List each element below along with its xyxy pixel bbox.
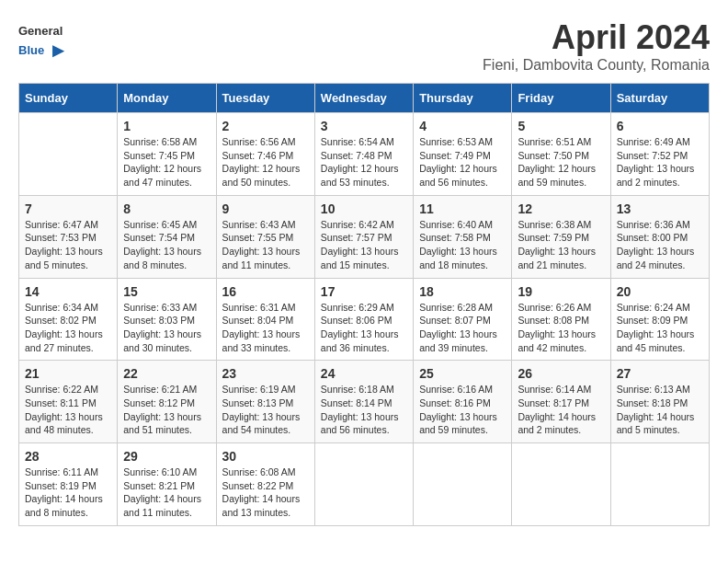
day-info: Sunrise: 6:58 AM Sunset: 7:45 PM Dayligh… <box>123 135 210 190</box>
day-number: 20 <box>617 284 703 299</box>
calendar-day-cell: 10Sunrise: 6:42 AM Sunset: 7:57 PM Dayli… <box>314 195 413 278</box>
day-number: 3 <box>321 119 407 133</box>
calendar-day-cell: 3Sunrise: 6:54 AM Sunset: 7:48 PM Daylig… <box>314 113 413 196</box>
logo-general: General <box>18 24 63 38</box>
day-number: 30 <box>222 449 309 464</box>
day-info: Sunrise: 6:54 AM Sunset: 7:48 PM Dayligh… <box>321 135 407 190</box>
day-info: Sunrise: 6:14 AM Sunset: 8:17 PM Dayligh… <box>518 383 604 437</box>
calendar-day-cell: 16Sunrise: 6:31 AM Sunset: 8:04 PM Dayli… <box>216 278 314 361</box>
day-info: Sunrise: 6:26 AM Sunset: 8:08 PM Dayligh… <box>518 301 604 355</box>
calendar-day-cell: 4Sunrise: 6:53 AM Sunset: 7:49 PM Daylig… <box>414 113 512 196</box>
calendar-day-cell: 22Sunrise: 6:21 AM Sunset: 8:12 PM Dayli… <box>118 361 216 443</box>
weekday-header: Wednesday <box>314 84 413 113</box>
calendar-day-cell: 8Sunrise: 6:45 AM Sunset: 7:54 PM Daylig… <box>118 195 216 278</box>
day-info: Sunrise: 6:33 AM Sunset: 8:03 PM Dayligh… <box>123 301 210 355</box>
page-header: April 2024 Fieni, Dambovita County, Roma… <box>18 18 710 74</box>
day-info: Sunrise: 6:21 AM Sunset: 8:12 PM Dayligh… <box>123 383 210 437</box>
day-number: 25 <box>419 366 506 381</box>
day-info: Sunrise: 6:29 AM Sunset: 8:06 PM Dayligh… <box>321 301 407 355</box>
calendar-day-cell: 28Sunrise: 6:11 AM Sunset: 8:19 PM Dayli… <box>19 443 118 526</box>
day-number: 21 <box>25 366 111 381</box>
day-info: Sunrise: 6:42 AM Sunset: 7:57 PM Dayligh… <box>321 218 407 272</box>
logo-blue: Blue <box>18 43 44 57</box>
day-number: 15 <box>123 284 210 299</box>
calendar-day-cell: 9Sunrise: 6:43 AM Sunset: 7:55 PM Daylig… <box>216 195 314 278</box>
day-info: Sunrise: 6:53 AM Sunset: 7:49 PM Dayligh… <box>419 135 506 190</box>
weekday-header: Tuesday <box>216 84 314 113</box>
day-info: Sunrise: 6:36 AM Sunset: 8:00 PM Dayligh… <box>617 218 703 272</box>
calendar-week-row: 28Sunrise: 6:11 AM Sunset: 8:19 PM Dayli… <box>19 443 710 526</box>
day-info: Sunrise: 6:16 AM Sunset: 8:16 PM Dayligh… <box>419 383 506 437</box>
calendar-day-cell: 26Sunrise: 6:14 AM Sunset: 8:17 PM Dayli… <box>512 361 610 443</box>
calendar-day-cell: 20Sunrise: 6:24 AM Sunset: 8:09 PM Dayli… <box>610 278 709 361</box>
day-info: Sunrise: 6:56 AM Sunset: 7:46 PM Dayligh… <box>222 135 309 190</box>
day-info: Sunrise: 6:19 AM Sunset: 8:13 PM Dayligh… <box>222 383 309 437</box>
logo: General Blue ► <box>18 22 68 63</box>
calendar-day-cell <box>414 443 512 526</box>
calendar-day-cell: 29Sunrise: 6:10 AM Sunset: 8:21 PM Dayli… <box>118 443 216 526</box>
day-number: 4 <box>419 119 506 133</box>
weekday-header-row: SundayMondayTuesdayWednesdayThursdayFrid… <box>19 84 710 113</box>
day-number: 11 <box>419 201 506 216</box>
day-number: 16 <box>222 284 309 299</box>
day-number: 14 <box>25 284 111 299</box>
day-info: Sunrise: 6:10 AM Sunset: 8:21 PM Dayligh… <box>123 465 210 520</box>
day-info: Sunrise: 6:47 AM Sunset: 7:53 PM Dayligh… <box>25 218 111 272</box>
day-number: 1 <box>123 119 210 133</box>
calendar-day-cell: 18Sunrise: 6:28 AM Sunset: 8:07 PM Dayli… <box>414 278 512 361</box>
weekday-header: Saturday <box>610 84 709 113</box>
day-number: 22 <box>123 366 210 381</box>
day-info: Sunrise: 6:22 AM Sunset: 8:11 PM Dayligh… <box>25 383 111 437</box>
day-number: 27 <box>617 366 703 381</box>
day-info: Sunrise: 6:11 AM Sunset: 8:19 PM Dayligh… <box>25 465 111 520</box>
weekday-header: Sunday <box>19 84 118 113</box>
calendar-day-cell: 24Sunrise: 6:18 AM Sunset: 8:14 PM Dayli… <box>314 361 413 443</box>
logo-icon: ► <box>49 39 69 62</box>
calendar-day-cell: 19Sunrise: 6:26 AM Sunset: 8:08 PM Dayli… <box>512 278 610 361</box>
day-info: Sunrise: 6:28 AM Sunset: 8:07 PM Dayligh… <box>419 301 506 355</box>
calendar-day-cell: 6Sunrise: 6:49 AM Sunset: 7:52 PM Daylig… <box>610 113 709 196</box>
day-number: 18 <box>419 284 506 299</box>
calendar-day-cell: 12Sunrise: 6:38 AM Sunset: 7:59 PM Dayli… <box>512 195 610 278</box>
calendar-day-cell: 11Sunrise: 6:40 AM Sunset: 7:58 PM Dayli… <box>414 195 512 278</box>
day-info: Sunrise: 6:08 AM Sunset: 8:22 PM Dayligh… <box>222 465 309 520</box>
day-info: Sunrise: 6:40 AM Sunset: 7:58 PM Dayligh… <box>419 218 506 272</box>
calendar-day-cell: 13Sunrise: 6:36 AM Sunset: 8:00 PM Dayli… <box>610 195 709 278</box>
day-number: 2 <box>222 119 309 133</box>
day-info: Sunrise: 6:45 AM Sunset: 7:54 PM Dayligh… <box>123 218 210 272</box>
day-number: 23 <box>222 366 309 381</box>
page-subtitle: Fieni, Dambovita County, Romania <box>18 57 710 74</box>
day-number: 8 <box>123 201 210 216</box>
weekday-header: Thursday <box>414 84 512 113</box>
calendar-day-cell: 14Sunrise: 6:34 AM Sunset: 8:02 PM Dayli… <box>19 278 118 361</box>
day-info: Sunrise: 6:18 AM Sunset: 8:14 PM Dayligh… <box>321 383 407 437</box>
day-info: Sunrise: 6:51 AM Sunset: 7:50 PM Dayligh… <box>518 135 604 190</box>
calendar-week-row: 14Sunrise: 6:34 AM Sunset: 8:02 PM Dayli… <box>19 278 710 361</box>
day-info: Sunrise: 6:31 AM Sunset: 8:04 PM Dayligh… <box>222 301 309 355</box>
day-number: 13 <box>617 201 703 216</box>
day-info: Sunrise: 6:24 AM Sunset: 8:09 PM Dayligh… <box>617 301 703 355</box>
page-title: April 2024 <box>18 18 710 57</box>
calendar-day-cell <box>19 113 118 196</box>
day-info: Sunrise: 6:34 AM Sunset: 8:02 PM Dayligh… <box>25 301 111 355</box>
calendar-day-cell: 2Sunrise: 6:56 AM Sunset: 7:46 PM Daylig… <box>216 113 314 196</box>
calendar-day-cell: 5Sunrise: 6:51 AM Sunset: 7:50 PM Daylig… <box>512 113 610 196</box>
calendar-day-cell: 1Sunrise: 6:58 AM Sunset: 7:45 PM Daylig… <box>118 113 216 196</box>
calendar-day-cell <box>610 443 709 526</box>
calendar-week-row: 21Sunrise: 6:22 AM Sunset: 8:11 PM Dayli… <box>19 361 710 443</box>
day-number: 29 <box>123 449 210 464</box>
calendar-day-cell: 27Sunrise: 6:13 AM Sunset: 8:18 PM Dayli… <box>610 361 709 443</box>
weekday-header: Monday <box>118 84 216 113</box>
day-number: 10 <box>321 201 407 216</box>
day-number: 7 <box>25 201 111 216</box>
calendar-day-cell <box>314 443 413 526</box>
day-info: Sunrise: 6:43 AM Sunset: 7:55 PM Dayligh… <box>222 218 309 272</box>
calendar-day-cell <box>512 443 610 526</box>
weekday-header: Friday <box>512 84 610 113</box>
calendar-day-cell: 15Sunrise: 6:33 AM Sunset: 8:03 PM Dayli… <box>118 278 216 361</box>
calendar-day-cell: 30Sunrise: 6:08 AM Sunset: 8:22 PM Dayli… <box>216 443 314 526</box>
day-info: Sunrise: 6:49 AM Sunset: 7:52 PM Dayligh… <box>617 135 703 190</box>
day-number: 26 <box>518 366 604 381</box>
day-number: 24 <box>321 366 407 381</box>
calendar-week-row: 1Sunrise: 6:58 AM Sunset: 7:45 PM Daylig… <box>19 113 710 196</box>
